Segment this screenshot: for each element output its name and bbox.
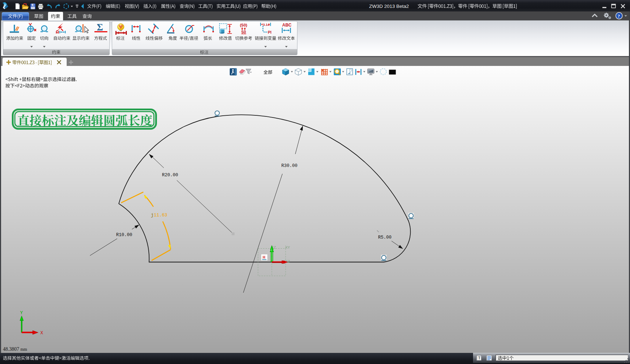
svg-text:Σ: Σ: [97, 22, 103, 33]
svg-text:R10.00: R10.00: [116, 233, 132, 238]
svg-text:50: 50: [242, 30, 246, 34]
svg-text:R30.00: R30.00: [281, 163, 297, 168]
svg-text:H: H: [263, 255, 265, 259]
svg-text:PI: PI: [268, 30, 272, 34]
svg-text:?: ?: [617, 13, 620, 19]
svg-text:ABC: ABC: [282, 23, 292, 28]
svg-text:ZW3D 2013 Beta2: ZW3D 2013 Beta2: [369, 4, 409, 9]
svg-text:XY: XY: [285, 245, 290, 250]
svg-text:X: X: [40, 330, 43, 336]
svg-text:(50): (50): [240, 23, 248, 27]
svg-text:11.63: 11.63: [154, 213, 167, 218]
svg-text:T: T: [478, 356, 481, 360]
svg-text:48.3807 mm: 48.3807 mm: [3, 346, 27, 352]
svg-text:R20.00: R20.00: [162, 173, 178, 178]
svg-text:R5.00: R5.00: [378, 235, 392, 240]
svg-text:Y: Y: [20, 310, 23, 316]
svg-text:j: j: [151, 213, 154, 218]
